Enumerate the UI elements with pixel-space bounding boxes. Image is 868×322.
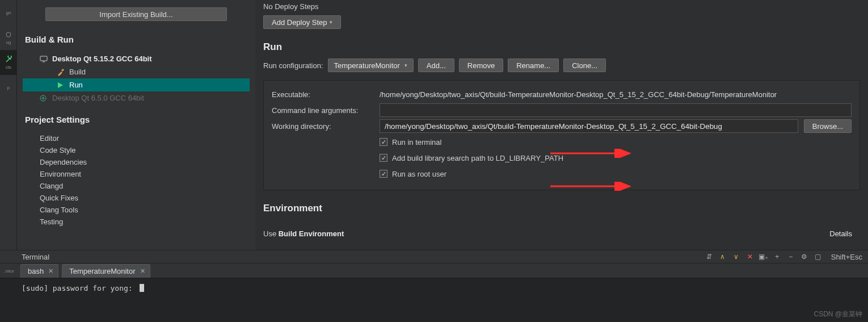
kit-label: Desktop Qt 6.5.0 GCC 64bit (52, 94, 144, 102)
settings-clangd[interactable]: Clangd (23, 180, 250, 192)
terminal-down-icon[interactable]: ∨ (731, 252, 741, 262)
design-mode[interactable]: gn (0, 0, 17, 25)
executable-value: /home/yong/Desktop/two_axis/Qt/build-Tem… (380, 90, 852, 99)
environment-bar: Use Build Environment Details (263, 227, 860, 242)
working-dir-label: Working directory: (272, 122, 380, 131)
use-environment-label: Use Build Environment (263, 229, 344, 238)
run-as-root-row[interactable]: Run as root user (380, 166, 852, 182)
no-deploy-steps-label: No Deploy Steps (263, 2, 860, 11)
terminal-close-icon[interactable]: ▢ (813, 252, 823, 262)
settings-clang-tools[interactable]: Clang Tools (23, 204, 250, 216)
plus-circle-icon (40, 95, 48, 102)
close-icon[interactable]: ✕ (48, 267, 53, 275)
project-settings-section: Project Settings Editor Code Style Depen… (23, 115, 250, 228)
terminal-settings-icon[interactable]: ⚙ (799, 252, 810, 262)
svg-rect-1 (40, 56, 47, 61)
mode-sidebar: gn ug cts p (0, 0, 17, 250)
rename-run-config-button[interactable]: Rename... (508, 58, 559, 72)
terminal-remove-icon[interactable]: − (786, 252, 796, 262)
settings-quick-fixes[interactable]: Quick Fixes (23, 192, 250, 204)
add-deploy-step-button[interactable]: Add Deploy Step (263, 15, 341, 29)
build-and-run-title: Build & Run (25, 35, 250, 44)
kit-desktop-qt5[interactable]: Desktop Qt 5.15.2 GCC 64bit (23, 52, 250, 65)
args-label: Command line arguments: (272, 106, 380, 115)
run-details-box: Executable: /home/yong/Desktop/two_axis/… (263, 80, 860, 190)
wrench-icon (5, 56, 12, 64)
terminal-tab-temperature-monitor[interactable]: TemperatureMonitor ✕ (62, 264, 150, 278)
terminal-prompt-text: [sudo] password for yong: (22, 284, 133, 292)
run-configuration-row: Run configuration: TemperatureMonitor Ad… (263, 58, 860, 72)
run-as-root-label: Run as root user (392, 170, 446, 178)
svg-point-0 (6, 32, 11, 37)
terminal-output[interactable]: [sudo] password for yong: (0, 278, 868, 322)
run-config-label: Run configuration: (263, 61, 323, 70)
run-in-terminal-row[interactable]: Run in terminal (380, 134, 852, 150)
ld-library-path-checkbox[interactable] (380, 154, 387, 162)
run-in-terminal-label: Run in terminal (392, 138, 441, 147)
debug-mode[interactable]: ug (0, 25, 17, 50)
monitor-icon (40, 56, 48, 62)
kit-run-step[interactable]: Run (23, 78, 250, 91)
clone-run-config-button[interactable]: Clone... (563, 58, 606, 72)
browse-working-dir-button[interactable]: Browse... (804, 119, 852, 133)
terminal-tab-bash[interactable]: bash ✕ (20, 264, 58, 278)
kit-label: Run (69, 81, 83, 89)
kit-label: Build (69, 68, 86, 76)
play-icon (57, 82, 65, 89)
terminal-add-icon[interactable]: + (772, 252, 782, 262)
hammer-icon (57, 68, 65, 76)
add-run-config-button[interactable]: Add... (418, 58, 454, 72)
remove-run-config-button[interactable]: Remove (459, 58, 503, 72)
watermark: CSDN @韭菜钟 (814, 310, 862, 319)
close-icon[interactable]: ✕ (140, 267, 145, 275)
terminal-up-icon[interactable]: ∧ (718, 252, 728, 262)
kit-label: Desktop Qt 5.15.2 GCC 64bit (52, 55, 152, 63)
settings-editor[interactable]: Editor (23, 132, 250, 144)
projects-mode[interactable]: cts (0, 50, 17, 75)
args-input[interactable] (380, 103, 852, 117)
terminal-shortcut-hint: Shift+Esc (831, 253, 862, 261)
environment-details-button[interactable]: Details (821, 227, 860, 240)
settings-testing[interactable]: Testing (23, 216, 250, 228)
run-as-root-checkbox[interactable] (380, 170, 387, 178)
executable-label: Executable: (272, 90, 380, 99)
environment-section-title: Environment (263, 203, 860, 214)
terminal-cursor (140, 284, 144, 292)
terminal-toolbar: Terminal ⇵ ∧ ∨ ✕ ▣₊ + − ⚙ ▢ Shift+Esc (0, 250, 868, 264)
terminal-options-icon[interactable]: ⇵ (704, 252, 714, 262)
kit-build-step[interactable]: Build (23, 65, 250, 78)
run-section-title: Run (263, 41, 860, 53)
bug-icon (5, 31, 12, 39)
ld-library-path-row[interactable]: Add build library search path to LD_LIBR… (380, 150, 852, 166)
tab-label: bash (28, 267, 44, 275)
run-config-select[interactable]: TemperatureMonitor (328, 58, 414, 72)
settings-environment[interactable]: Environment (23, 168, 250, 180)
terminal-stop-icon[interactable]: ✕ (745, 252, 755, 262)
help-mode[interactable]: p (0, 75, 17, 100)
terminal-side-label: ..nitor (0, 264, 17, 278)
import-existing-build-button[interactable]: Import Existing Build... (45, 7, 227, 21)
kit-desktop-qt6[interactable]: Desktop Qt 6.5.0 GCC 64bit (23, 91, 250, 104)
ld-library-path-label: Add build library search path to LD_LIBR… (392, 154, 563, 162)
terminal-tab-bar: ..nitor bash ✕ TemperatureMonitor ✕ (0, 264, 868, 278)
settings-dependencies[interactable]: Dependencies (23, 156, 250, 168)
settings-code-style[interactable]: Code Style (23, 144, 250, 156)
terminal-new-icon[interactable]: ▣₊ (759, 252, 769, 262)
tab-label: TemperatureMonitor (69, 267, 135, 275)
working-dir-input[interactable] (380, 119, 798, 133)
terminal-pane-title: Terminal (22, 253, 49, 261)
run-settings-page: No Deploy Steps Add Deploy Step Run Run … (255, 0, 868, 250)
run-in-terminal-checkbox[interactable] (380, 138, 387, 146)
projects-panel: Import Existing Build... Build & Run Des… (17, 0, 255, 250)
project-settings-title: Project Settings (25, 115, 250, 124)
